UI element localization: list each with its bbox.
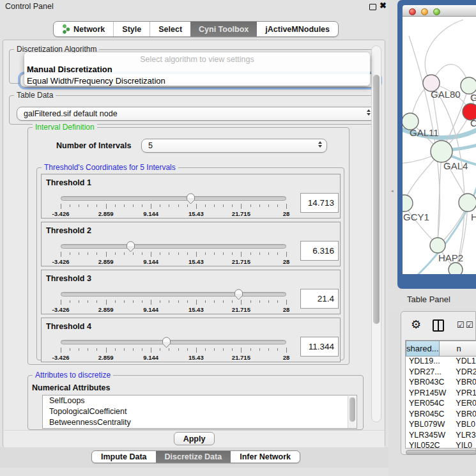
network-node[interactable]: [431, 141, 452, 162]
tab-impute-data[interactable]: Impute Data: [92, 451, 156, 463]
node-label: HAP2: [438, 252, 463, 263]
tab-infer-network[interactable]: Infer Network: [231, 451, 300, 463]
group-title: Attributes to discretize: [33, 371, 113, 380]
tab-network-label: Network: [73, 25, 105, 34]
slider-ticks: [61, 348, 286, 354]
apply-button[interactable]: Apply: [174, 432, 215, 445]
threshold-value-field[interactable]: 14.713: [300, 193, 339, 213]
vertical-scrollbar[interactable]: [371, 45, 381, 422]
table-row[interactable]: YDL19...YDL1: [406, 357, 476, 367]
slider-track[interactable]: [61, 244, 286, 249]
slider-thumb[interactable]: [126, 241, 135, 252]
panel-title: Control Panel: [5, 2, 54, 11]
table-row[interactable]: YBL079WYBL0: [406, 420, 476, 431]
float-window-icon[interactable]: [369, 4, 376, 10]
slider-thumb[interactable]: [162, 337, 171, 348]
close-icon[interactable]: ✖: [380, 1, 387, 10]
slider-tick-labels: -3.4262.8599.14415.4321.71528: [61, 210, 286, 218]
gear-icon[interactable]: ⚙: [411, 318, 421, 332]
group-title: Threshold's Coordinates for 5 Intervals: [42, 163, 178, 172]
tab-cyni-toolbox[interactable]: Cyni Toolbox: [190, 22, 257, 36]
combo-arrows-icon: [367, 109, 371, 116]
column-header-shared-name[interactable]: shared...: [406, 341, 440, 357]
network-view[interactable]: GAL80GACGAL11GAL4GCY1HHAP2: [403, 17, 476, 274]
apply-bar: Apply: [4, 430, 385, 447]
numerical-attributes-header: Numerical Attributes: [32, 383, 110, 392]
node-label: GAL11: [410, 127, 439, 138]
slider-track[interactable]: [61, 196, 286, 201]
threshold-value-field[interactable]: 11.344: [300, 337, 339, 357]
dropdown-option-equal-width[interactable]: Equal Width/Frequency Discretization: [24, 75, 370, 87]
table-row[interactable]: YIL052CYIL0: [406, 441, 476, 449]
slider-track[interactable]: [61, 340, 286, 344]
list-scrollbar[interactable]: [348, 396, 356, 429]
tab-discretize-data[interactable]: Discretize Data: [156, 451, 231, 463]
tab-style[interactable]: Style: [113, 22, 150, 36]
attribute-item[interactable]: BetweennessCentrality: [43, 417, 357, 428]
attribute-item[interactable]: TopologicalCoefficient: [43, 406, 357, 417]
slider-thumb[interactable]: [186, 193, 196, 204]
scrollbar-thumb[interactable]: [373, 75, 380, 324]
slider-tick-labels: -3.4262.8599.14415.4321.71528: [61, 258, 286, 266]
numerical-attributes-list[interactable]: SelfLoopsTopologicalCoefficientBetweenne…: [42, 395, 357, 429]
tab-select[interactable]: Select: [150, 22, 190, 36]
bottom-tab-bar: Impute Data Discretize Data Infer Networ…: [91, 450, 300, 463]
zoom-traffic-light-icon[interactable]: [433, 8, 440, 15]
split-divider-handle[interactable]: ◂: [391, 188, 394, 193]
threshold-slider[interactable]: -3.4262.8599.14415.4321.71528: [61, 222, 286, 267]
threshold-value-field[interactable]: 6.316: [300, 241, 339, 261]
table-data-combo[interactable]: galFiltered.sif default node: [17, 107, 376, 121]
dropdown-hint: Select algorithm to view settings: [24, 52, 370, 64]
table-row[interactable]: YPR145WYPR1: [406, 388, 476, 399]
threshold-value-field[interactable]: 21.4: [300, 289, 339, 309]
column-view-icon[interactable]: [433, 319, 444, 332]
slider-ticks: [61, 252, 286, 258]
node-label: GA: [470, 92, 476, 103]
network-node[interactable]: [459, 194, 476, 211]
checkbox-icon[interactable]: ☑: [457, 320, 464, 330]
column-header-name[interactable]: n: [440, 341, 476, 357]
attributes-group: Attributes to discretize Numerical Attri…: [27, 375, 364, 430]
threshold-box: Threshold 1 -3.4262.8599.14415.4321.7152…: [41, 174, 341, 219]
table-row[interactable]: YDR27...YDR2: [406, 367, 476, 378]
slider-tick-labels: -3.4262.8599.14415.4321.71528: [61, 354, 286, 362]
node-table: shared... n YDL19...YDL1YDR27...YDR2YBR0…: [405, 340, 476, 449]
node-label: GAL4: [443, 160, 468, 171]
table-toolbar: ⚙ ☑ ☑: [401, 312, 475, 339]
table-row[interactable]: YBR043CYBR0: [406, 378, 476, 388]
intervals-row: Number of Intervals 5: [28, 138, 349, 155]
network-nodes[interactable]: [403, 75, 476, 274]
attribute-item[interactable]: SelfLoops: [43, 395, 357, 406]
network-window: GAL80GACGAL11GAL4GCY1HHAP2: [397, 0, 476, 289]
horizontal-scrollbar[interactable]: [405, 450, 476, 456]
network-window-titlebar[interactable]: [403, 5, 476, 17]
table-rows: YDL19...YDL1YDR27...YDR2YBR043CYBR0YPR14…: [406, 357, 476, 449]
network-node[interactable]: [430, 238, 445, 253]
intervals-spinner[interactable]: 5: [141, 139, 327, 153]
minimize-traffic-light-icon[interactable]: [421, 8, 428, 15]
slider-ticks: [61, 204, 286, 210]
table-row[interactable]: YLR345WYLR3: [406, 431, 476, 441]
threshold-slider[interactable]: -3.4262.8599.14415.4321.71528: [61, 318, 286, 363]
table-row[interactable]: YER054CYER0: [406, 399, 476, 410]
table-row[interactable]: YBR045CYBR0: [406, 410, 476, 420]
threshold-slider[interactable]: -3.4262.8599.14415.4321.71528: [61, 174, 286, 219]
close-traffic-light-icon[interactable]: [409, 8, 416, 15]
slider-thumb[interactable]: [234, 289, 243, 300]
threshold-list: Threshold 1 -3.4262.8599.14415.4321.7152…: [41, 174, 341, 365]
scrollbar-thumb[interactable]: [406, 450, 476, 455]
bottom-tab-strip: Impute Data Discretize Data Infer Networ…: [0, 447, 388, 468]
tab-network[interactable]: Network: [54, 22, 113, 36]
node-label: GAL80: [431, 89, 461, 100]
table-data-group: Table Data galFiltered.sif default node: [9, 95, 380, 125]
tab-jactivemnodules[interactable]: jActiveMNodules: [257, 22, 338, 36]
network-node[interactable]: [449, 263, 463, 274]
network-node[interactable]: [403, 195, 413, 211]
intervals-label: Number of Intervals: [56, 141, 131, 150]
threshold-box: Threshold 2 -3.4262.8599.14415.4321.7152…: [41, 222, 341, 266]
control-panel: Control Panel ✖ Network Style Select Cyn…: [0, 0, 388, 476]
threshold-slider[interactable]: -3.4262.8599.14415.4321.71528: [61, 270, 286, 315]
slider-track[interactable]: [61, 292, 286, 296]
checkbox-icon[interactable]: ☑: [466, 320, 473, 330]
dropdown-option-manual[interactable]: Manual Discretization: [24, 64, 370, 75]
